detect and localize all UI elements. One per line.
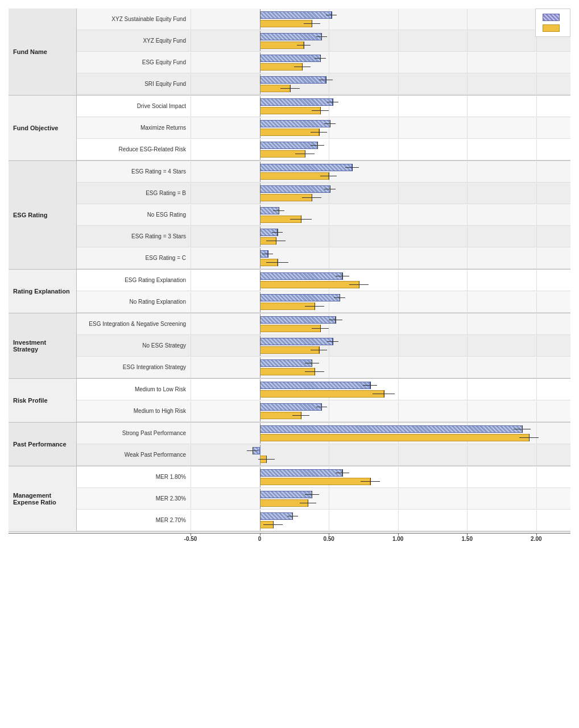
blue-error-cap-2-0 [345, 167, 359, 168]
bar-row-5-0: Medium to Low Risk [77, 379, 570, 400]
blue-bar-5-0 [260, 382, 371, 389]
grid-line [536, 162, 537, 182]
plot-area-2-3 [191, 226, 543, 247]
grid-line [398, 226, 399, 247]
row-label-1-0: Drive Social Impact [77, 102, 191, 110]
section-label-0: Fund Name [9, 9, 77, 95]
bar-row-2-2: No ESG Rating [77, 204, 570, 226]
grid-line [329, 357, 329, 378]
x-tick-label-5: 2.00 [531, 536, 541, 542]
blue-error-cap-2-2 [273, 210, 284, 211]
bar-row-4-2: ESG Integration Strategy [77, 357, 570, 378]
x-tick-label-4: 1.50 [462, 536, 473, 542]
grid-line [467, 489, 468, 509]
blue-error-cap-7-2 [287, 516, 298, 516]
bar-row-7-2: MER 2.70% [77, 510, 570, 531]
bar-row-0-2: ESG Equity Fund [77, 52, 570, 73]
blue-bar-0-3 [260, 76, 326, 84]
plot-area-3-0 [191, 270, 543, 291]
blue-error-cap-2-4 [262, 254, 273, 254]
grid-line [191, 292, 191, 312]
section-rows-0: XYZ Sustainable Equity FundXYZ Equity Fu… [77, 9, 570, 95]
grid-line [398, 118, 399, 138]
bar-row-2-4: ESG Rating = C [77, 247, 570, 269]
grid-line [191, 445, 191, 465]
grid-line [467, 379, 468, 400]
row-label-2-1: ESG Rating = B [77, 189, 191, 197]
grid-line [191, 226, 191, 247]
blue-bar-0-1 [260, 33, 322, 40]
gold-bar-7-0 [260, 478, 371, 485]
gold-error-cap-4-2 [305, 371, 324, 372]
gold-error-cap-0-0 [304, 23, 320, 24]
grid-line [467, 401, 468, 421]
blue-error-cap-1-1 [324, 123, 335, 124]
grid-line [536, 445, 537, 465]
grid-line [398, 401, 399, 421]
bar-row-1-0: Drive Social Impact [77, 96, 570, 117]
blue-bar-1-2 [260, 142, 318, 149]
bar-row-0-0: XYZ Sustainable Equity Fund [77, 9, 570, 30]
grid-line [467, 74, 468, 94]
plot-area-5-0 [191, 379, 543, 400]
grid-line [536, 314, 537, 334]
blue-bar-3-1 [260, 294, 340, 301]
section-rows-6: Strong Past PerformanceWeak Past Perform… [77, 423, 570, 466]
row-label-6-1: Weak Past Performance [77, 451, 191, 458]
grid-line [536, 96, 537, 117]
blue-error-cap-3-0 [336, 276, 349, 276]
grid-line [191, 96, 191, 117]
grid-line [329, 74, 329, 94]
grid-line [329, 489, 329, 509]
blue-bar-4-2 [260, 359, 312, 367]
row-label-1-2: Reduce ESG-Related Risk [77, 146, 191, 153]
section-4: Investment StrategyESG Integration & Neg… [9, 313, 570, 379]
bar-row-1-2: Reduce ESG-Related Risk [77, 139, 570, 160]
blue-error-cap-6-1 [247, 450, 258, 451]
gold-error-cap-1-1 [311, 132, 327, 133]
bar-row-3-0: ESG Rating Explanation [77, 270, 570, 291]
grid-line [467, 118, 468, 138]
x-tick-label-0: -0.50 [184, 536, 197, 542]
grid-line [398, 270, 399, 291]
grid-line [329, 510, 329, 531]
section-7: Management Expense RatioMER 1.80%MER 2.3… [9, 466, 570, 532]
gold-error-cap-2-2 [290, 219, 312, 220]
gold-error-cap-4-1 [311, 350, 327, 350]
legend [535, 9, 570, 37]
grid-line [329, 31, 329, 51]
grid-line [329, 205, 329, 225]
section-label-3: Rating Explanation [9, 270, 77, 313]
grid-line [467, 96, 468, 117]
section-0: Fund NameXYZ Sustainable Equity FundXYZ … [9, 9, 570, 96]
blue-error-cap-4-1 [327, 341, 338, 342]
row-label-5-0: Medium to Low Risk [77, 386, 191, 393]
grid-line [191, 467, 191, 487]
grid-line [191, 74, 191, 94]
x-tick-mark-1 [260, 533, 260, 536]
plot-area-2-2 [191, 205, 543, 225]
gold-error-cap-7-2 [263, 524, 283, 525]
plot-area-0-2 [191, 52, 543, 73]
grid-line [398, 139, 399, 160]
grid-line [398, 292, 399, 312]
grid-line [191, 314, 191, 334]
plot-area-3-1 [191, 292, 543, 312]
grid-line [536, 292, 537, 312]
blue-bar-4-1 [260, 338, 333, 345]
row-label-7-0: MER 1.80% [77, 473, 191, 481]
blue-error-cap-0-2 [315, 58, 325, 59]
blue-error-cap-0-0 [326, 15, 337, 15]
section-rows-4: ESG Integration & Negative ScreeningNo E… [77, 313, 570, 378]
gold-error-cap-1-2 [295, 154, 315, 154]
chart-body: Fund NameXYZ Sustainable Equity FundXYZ … [9, 9, 570, 532]
grid-line [398, 9, 399, 30]
section-rows-3: ESG Rating ExplanationNo Rating Explanat… [77, 270, 570, 313]
grid-line [467, 52, 468, 73]
gold-bar-2-0 [260, 172, 329, 180]
grid-line [467, 270, 468, 291]
grid-line [467, 357, 468, 378]
grid-line [191, 510, 191, 531]
grid-line [467, 314, 468, 334]
legend-item-gold [543, 24, 563, 32]
